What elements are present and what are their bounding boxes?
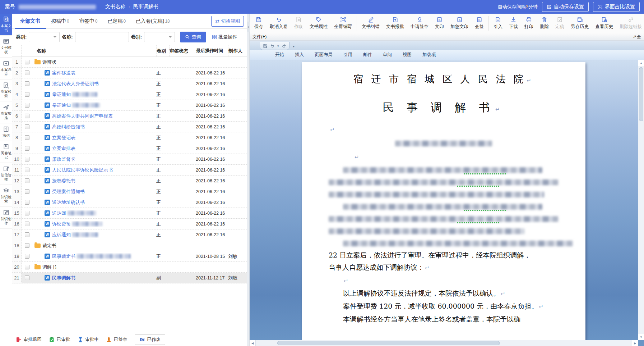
table-row[interactable]: 16 W 诉讼费预 正 2021-06-22 16 [12,219,247,229]
toolbar-button[interactable]: 删除超链接 [616,14,644,32]
toolbar-button[interactable]: S 文印 [432,14,447,32]
sidebar-item[interactable]: 类案智推 [0,101,12,123]
document-tab[interactable]: 拟稿中0 [46,14,74,29]
table-row[interactable]: 4 W 举证通知 正 2021-06-22 16 [12,89,247,100]
document-link[interactable]: 立案审批表 [52,145,75,152]
toolbar-button[interactable]: 保存 [251,14,267,32]
sidebar-item[interactable]: 知识创作 [0,207,12,229]
row-checkbox[interactable] [25,70,29,75]
toolbar-button[interactable]: 文书报批 [383,14,407,32]
row-checkbox[interactable] [25,135,29,140]
document-link[interactable]: 调解书 [42,264,56,270]
toolbar-button[interactable]: 定稿 [552,14,567,32]
undo-dropdown-icon[interactable]: ▾ [277,44,279,48]
row-checkbox[interactable] [25,254,29,259]
toolbar-button[interactable]: 文书属性 [306,14,331,32]
toolbar-button[interactable]: 查看历史 [592,14,616,32]
document-link[interactable]: 廉政监督卡 [52,156,75,163]
document-link[interactable]: 法定代表人身份证明书 [52,81,99,87]
sidebar-item[interactable]: 文书模板 [0,36,12,58]
table-row[interactable]: 3 W 法定代表人身份证明书 正 2021-06-22 16 [12,78,247,89]
row-checkbox[interactable] [25,92,29,97]
document-link[interactable]: 举证通知 [52,91,71,98]
table-row[interactable]: 9 W 立案审批表 正 2021-06-22 16 [12,143,247,154]
quick-save-icon[interactable] [263,44,268,48]
toolbar-button[interactable]: 下载 [506,14,521,32]
toolbar-button[interactable]: 删除 [537,14,552,32]
document-link[interactable]: 民事裁定书 [52,253,75,260]
document-link[interactable]: 人民法院民事诉讼风险提示书 [52,167,113,173]
document-link[interactable]: 民事调解书 [52,275,75,281]
row-checkbox[interactable] [25,114,29,118]
document-link[interactable]: 离婚案件夫妻共同财产申报表 [52,113,113,119]
document-link[interactable]: 案件移送表 [52,70,75,76]
row-checkbox[interactable] [25,103,29,108]
row-checkbox[interactable] [25,146,29,151]
row-checkbox[interactable] [25,178,29,183]
document-link[interactable]: 应诉通知 [52,232,71,238]
table-row[interactable]: 11 W 人民法院民事诉讼风险提示书 正 2021-06-22 16 [12,165,247,176]
scroll-right-icon[interactable]: ▶ [632,340,638,346]
toolbar-button[interactable]: S 加急文印 [447,14,472,32]
legend-item[interactable]: 审批中 [78,337,99,343]
toolbar-button[interactable]: S 会签 [472,14,487,32]
table-row[interactable]: 17 W 应诉通知 正 2021-06-22 16 [12,229,247,240]
switch-view-button[interactable]: ⇄ 切换视图 [211,16,244,27]
toolbar-button[interactable]: 取消入卷 [267,14,291,32]
document-link[interactable]: 裁定书 [42,242,56,249]
toolbar-button[interactable]: 作废 [291,14,306,32]
toolbar-button[interactable]: 全屏编写 [331,14,355,32]
document-link[interactable]: 离婚纠纷告知书 [52,124,85,130]
ui-scale-settings-button[interactable]: 界面占比设置 [593,2,640,12]
table-row[interactable]: 12 W 授权委托书 正 2021-06-22 16 [12,176,247,186]
row-checkbox[interactable] [25,157,29,161]
sidebar-item[interactable]: 本案文书 [0,14,12,36]
fullscreen-toggle[interactable]: ↗ 全 [633,34,641,40]
document-tab[interactable]: 已入卷(完稿)18 [131,14,175,29]
table-row[interactable]: 18 裁定书 [12,240,247,251]
toolbar-button[interactable]: 另存历史 [567,14,592,32]
ribbon-tab[interactable]: 插入 [290,50,309,59]
row-checkbox[interactable] [25,168,29,172]
batch-operations-button[interactable]: 批量操作 [212,34,237,40]
vertical-scrollbar[interactable]: ▲ ▼ [638,60,644,340]
table-row[interactable]: 14 W 送达地址确认书 正 2021-06-22 16 [12,197,247,208]
document-link[interactable]: 举证通知 [52,102,71,109]
document-link[interactable]: 授权委托书 [52,178,75,184]
scroll-down-icon[interactable]: ▼ [638,334,644,340]
ribbon-tab[interactable]: 审阅 [378,50,397,59]
table-row[interactable]: 13 W 受理案件通知书 正 2021-06-22 16 [12,186,247,197]
sidebar-item[interactable]: 类案检索 [0,79,12,101]
document-link[interactable]: 送达地址确认书 [52,199,85,206]
ribbon-tab[interactable]: 加载项 [418,50,441,59]
name-filter-input[interactable] [75,32,129,42]
sidebar-item[interactable]: 法信 [0,123,12,141]
row-checkbox[interactable] [25,276,29,280]
redo-icon[interactable] [282,44,286,48]
legend-item[interactable]: 已签章 [106,337,128,343]
category-select[interactable] [29,32,60,42]
ribbon-tab[interactable]: 引用 [339,50,357,59]
document-tab[interactable]: 全部文书 [15,14,46,29]
row-checkbox[interactable] [25,200,29,205]
document-link[interactable]: 立案登记表 [52,135,75,141]
undo-icon[interactable] [270,44,275,48]
ribbon-tab[interactable]: 视图 [398,50,416,59]
file-menu[interactable]: 文件(F) [252,34,267,40]
row-checkbox[interactable] [25,243,29,248]
horizontal-scroll-thumb[interactable] [277,341,500,345]
scroll-left-icon[interactable]: ◀ [250,340,256,346]
horizontal-scrollbar[interactable]: ◀ ▶ [250,340,638,346]
autosave-settings-button[interactable]: 自动保存设置 [542,2,589,12]
table-row[interactable]: 1 诉辩状 [12,57,247,68]
table-row[interactable]: 5 W 举证通知 正 2021-06-22 16 [12,100,247,111]
table-row[interactable]: 15 W 送达回 正 2021-06-22 16 [12,208,247,219]
toolbar-button[interactable]: 申请签章 [407,14,432,32]
document-link[interactable]: 送达回 [52,210,66,217]
document-link[interactable]: 受理案件通知书 [52,188,85,195]
toolbar-button[interactable]: 打印 [521,14,537,32]
ribbon-tab[interactable]: 页面布局 [310,50,337,59]
table-row[interactable]: 21 W 民事调解书 副 2021-11-12 17 刘敏 [12,273,247,283]
sidebar-item[interactable]: 本案卷宗 [0,58,12,79]
toolbar-button[interactable]: 引入 [490,14,506,32]
